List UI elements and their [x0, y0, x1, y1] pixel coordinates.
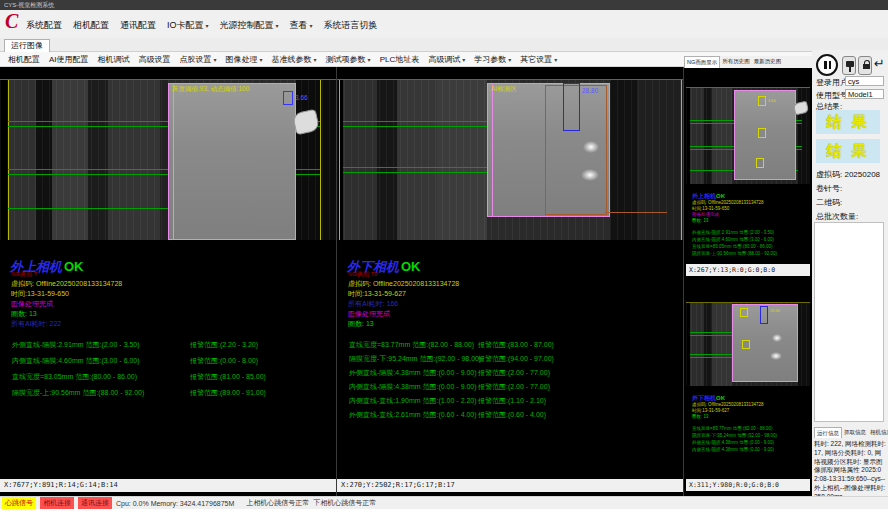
mini-barcode: 虚拟码: Offline20250208133134728 — [692, 402, 763, 407]
chevron-down-icon: ▾ — [368, 56, 371, 63]
app-logo-icon: C — [5, 10, 18, 33]
ng-class-text: NG类别:T0 — [348, 270, 378, 279]
pause-button[interactable] — [816, 54, 838, 76]
tab-camera-info[interactable]: 相机信息 — [868, 427, 888, 438]
cpu-memory-text: Cpu: 0.0% Memory: 3424.41796875M — [116, 500, 234, 507]
mini-time: 时间:13-31-59-650 — [692, 206, 729, 211]
toolbar-plc-table[interactable]: PLC地址表 — [380, 54, 420, 65]
mini-count: 圈数: 13 — [692, 414, 709, 419]
orange-roi-line — [605, 212, 667, 213]
pause-icon — [829, 61, 832, 69]
lock-icon — [863, 64, 870, 69]
lock-button[interactable] — [858, 56, 872, 75]
needle-number-label: 卷针号: — [816, 183, 842, 194]
model-field[interactable]: Model1 — [845, 89, 884, 99]
light-flare — [583, 141, 599, 153]
menu-light-config[interactable]: 光源控制配置▾ — [220, 19, 279, 32]
menu-language-switch[interactable]: 系统语言切换 — [324, 19, 378, 32]
result-display-1: 结 果 — [816, 110, 880, 134]
mini-time: 时间:13-31-59-627 — [692, 408, 729, 413]
toolbar-dispensing[interactable]: 点胶设置▾ — [180, 54, 217, 65]
pixel-coordinate-status: X:270;Y:2502;R:17;G:17;B:17 — [337, 479, 683, 492]
mini-scene: 3.66 — [686, 80, 810, 184]
mini-done: 图像处理完成 — [692, 212, 719, 217]
lower-camera-heartbeat-text: 下相机心跳信号正常 — [313, 498, 376, 508]
app-window: CYS-视觉检测系统 C 系统配置 相机配置 通讯配置 IO卡配置▾ 光源控制配… — [0, 0, 888, 522]
yellow-marker-box — [756, 158, 764, 168]
tab-grab-info[interactable]: 抓取信息 — [842, 427, 868, 438]
virtual-barcode-row: 虚拟码: 20250208 — [816, 169, 880, 180]
yellow-guide-line — [339, 80, 340, 240]
camera-connect-badge: 相机连接 — [40, 497, 74, 509]
run-info-text: 耗时: 222, 网络检测耗时: 17, 网络分类耗时: 0, 网络视频分区耗时… — [814, 440, 886, 501]
menu-camera-config[interactable]: 相机配置 — [73, 19, 109, 32]
mini-measurement: 隔膜宽度-上:90.56mm 范围:(88.00 - 92.00) — [692, 251, 777, 256]
toolbar-camera-debug[interactable]: 相机调试 — [98, 54, 130, 65]
menu-system-config[interactable]: 系统配置 — [26, 19, 62, 32]
tab-run-info[interactable]: 运行信息 — [814, 427, 842, 438]
camera-image-lower[interactable]: AI检测区 28.80 — [337, 67, 684, 240]
white-connector-part — [793, 101, 809, 116]
result-ok: OK — [64, 259, 84, 274]
batch-count-label: 总批次数量: — [816, 211, 858, 222]
history-column: NG画面显示 所有历史图 最新历史图 3.66 外上相机OK 虚拟码: Off — [684, 56, 812, 496]
menu-items: 系统配置 相机配置 通讯配置 IO卡配置▾ 光源控制配置▾ 查看▾ 系统语言切换 — [26, 19, 378, 32]
mini-measurement: 隔膜宽度-下:95.24mm 范围:(92.00 - 98.00) — [692, 433, 777, 438]
result-list-box[interactable] — [814, 222, 884, 422]
ng-class-text: NG类别:T — [11, 270, 37, 279]
processing-done-text: 图像处理完成 — [348, 309, 390, 319]
mini-scene: 28.80 — [686, 296, 810, 386]
history-thumbnail-lower[interactable]: 28.80 外下相机OK 虚拟码: Offline202502081331347… — [686, 278, 810, 479]
chevron-down-icon: ▾ — [314, 56, 317, 63]
chevron-down-icon: ▾ — [462, 56, 465, 63]
toolbar-image-processing[interactable]: 图像处理▾ — [226, 54, 263, 65]
time-text: 时间:13-31-59-627 — [348, 289, 406, 299]
return-arrow-icon[interactable]: ↵ — [874, 56, 885, 71]
toolbar-advanced-settings[interactable]: 高级设置 — [139, 54, 171, 65]
loop-count-text: 圈数: 13 — [348, 319, 374, 329]
loop-count-text: 圈数: 13 — [11, 309, 37, 319]
qrcode-label: 二维码: — [816, 197, 842, 208]
yellow-marker-box — [758, 128, 766, 138]
camera-capture-button[interactable] — [842, 56, 856, 75]
toolbar-learning-params[interactable]: 学习参数▾ — [474, 54, 511, 65]
pause-icon — [824, 61, 827, 69]
scene-top-band — [686, 296, 810, 303]
menu-comm-config[interactable]: 通讯配置 — [120, 19, 156, 32]
camera-panel-lower[interactable]: AI检测区 28.80 外下相机OK NG类别:T0 虚拟码: Offline2… — [337, 67, 684, 496]
toolbar-ai-config[interactable]: AI使用配置 — [49, 54, 89, 65]
pixel-coordinate-status: X:7677;Y:891;R:14;G:14;B:14 — [0, 479, 336, 492]
mini-measurement: 外侧直线-隔膜:4.38mm 范围:(0.00 - 9.00) — [692, 440, 774, 445]
toolbar-other-settings[interactable]: 其它设置▾ — [520, 54, 557, 65]
processing-done-text: 图像处理完成 — [11, 299, 53, 309]
yellow-marker-label: 28.80 — [770, 308, 780, 313]
light-flare — [770, 352, 782, 360]
ai-time-text: 所有AI耗时: 166 — [348, 299, 398, 309]
toolbar-camera-config[interactable]: 相机配置 — [8, 54, 40, 65]
barcode-text: 虚拟码: Offline20250208133134728 — [348, 279, 459, 289]
yellow-marker-box — [742, 340, 750, 349]
menu-io-config[interactable]: IO卡配置▾ — [167, 19, 209, 32]
time-text: 时间:13-31-59-650 — [11, 289, 69, 299]
tab-run-image[interactable]: 运行图像 — [4, 39, 50, 52]
history-thumbnail-upper[interactable]: 3.66 外上相机OK 虚拟码: Offline2025020813313472… — [686, 68, 810, 264]
camera-panel-upper[interactable]: 灰度阈值:93, 动态阈值:100 3.66 外上相机OK NG类别:T 虚拟码… — [0, 67, 337, 496]
comm-connect-badge: 通讯连接 — [78, 497, 112, 509]
light-flare — [581, 169, 599, 181]
tab-all-history[interactable]: 所有历史图 — [720, 56, 752, 68]
toolbar-test-params[interactable]: 测试项参数▾ — [326, 54, 371, 65]
blue-measure-box — [563, 83, 580, 131]
login-user-field[interactable]: cys — [845, 76, 884, 86]
menu-view[interactable]: 查看▾ — [290, 19, 313, 32]
camera-image-upper[interactable]: 灰度阈值:93, 动态阈值:100 3.66 — [0, 67, 337, 240]
yellow-marker-box — [740, 308, 748, 317]
toolbar-advanced-debug[interactable]: 高级调试▾ — [428, 54, 465, 65]
menu-bar: C 系统配置 相机配置 通讯配置 IO卡配置▾ 光源控制配置▾ 查看▾ 系统语言… — [0, 10, 888, 38]
barcode-text: 虚拟码: Offline20250208133134728 — [11, 279, 122, 289]
tab-ng-display[interactable]: NG画面显示 — [684, 56, 720, 68]
tab-latest-history[interactable]: 最新历史图 — [752, 56, 784, 68]
window-titlebar[interactable]: CYS-视觉检测系统 — [0, 0, 888, 10]
toolbar-baseline-params[interactable]: 基准线参数▾ — [272, 54, 317, 65]
blue-measure-box — [283, 91, 293, 105]
chevron-down-icon: ▾ — [214, 56, 217, 63]
